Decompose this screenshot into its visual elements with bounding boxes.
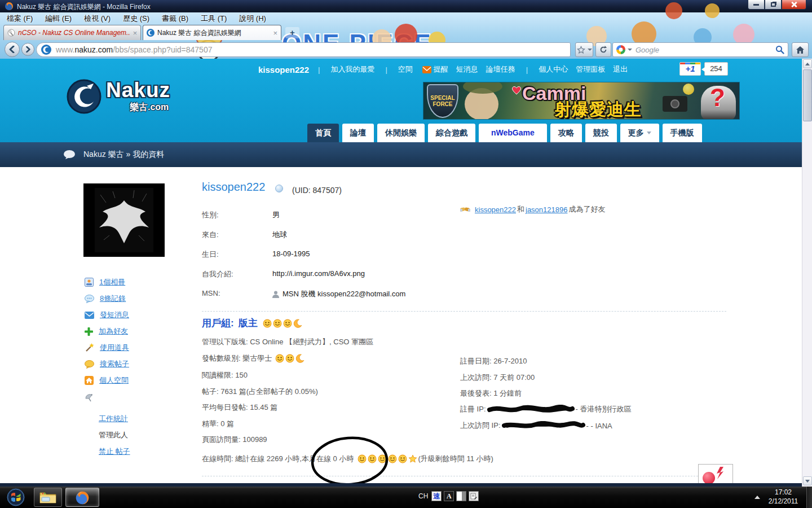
logo-subtext: 樂古.com <box>130 102 170 113</box>
ime-letter-icon[interactable]: A <box>444 491 454 501</box>
language-indicator[interactable]: CH <box>418 492 428 500</box>
show-desktop-button[interactable] <box>806 487 812 508</box>
forum-task-link[interactable]: 論壇任務 <box>486 64 515 75</box>
sidebar-item-use-item[interactable]: 使用道具 <box>85 343 129 353</box>
user-center-link[interactable]: 個人中心 <box>539 64 568 75</box>
menu-view[interactable]: 檢視 (V) <box>84 14 111 24</box>
tab-close-icon[interactable]: × <box>133 29 137 37</box>
sidebar-item-personal-space[interactable]: 個人空間 <box>85 375 129 386</box>
ime-halfwidth-icon[interactable] <box>456 491 466 501</box>
menu-bookmarks[interactable]: 書籤 (B) <box>162 14 188 24</box>
new-tab-button[interactable]: + <box>285 27 299 38</box>
menu-help[interactable]: 說明 (H) <box>239 14 266 24</box>
field-label: 來自: <box>202 230 268 240</box>
search-go-button[interactable] <box>775 45 784 54</box>
sidebar-item-feed[interactable] <box>85 392 93 402</box>
add-favorite-link[interactable]: 加入我的最愛 <box>330 64 374 75</box>
banner-bulb <box>683 84 694 95</box>
friend-user-b[interactable]: jason121896 <box>526 205 567 214</box>
current-user-link[interactable]: kissopen222 <box>258 65 309 75</box>
vertical-scrollbar[interactable] <box>802 59 812 487</box>
profile-avatar <box>83 183 165 257</box>
tab-close-icon[interactable]: × <box>273 29 277 37</box>
search-box[interactable] <box>612 42 788 57</box>
back-button[interactable] <box>5 42 20 57</box>
browser-tab-ncso[interactable]: nCSO - Nakuz CS Online Managem... × <box>3 25 141 40</box>
browser-tab-nakuz[interactable]: Nakuz 樂古 綜合資訊娛樂網 × <box>143 25 281 40</box>
tab-guides[interactable]: 攻略 <box>550 124 582 142</box>
restore-button[interactable] <box>765 0 782 10</box>
search-engine-caret[interactable] <box>628 49 632 51</box>
banner-question-mark: ? <box>710 84 725 112</box>
sidebar-item-search-posts[interactable]: 搜索帖子 <box>85 359 129 369</box>
moon-emoticon <box>295 354 304 363</box>
close-button[interactable] <box>782 0 806 10</box>
stat-page-views: 頁面訪問量: 100989 <box>202 435 267 445</box>
user-nav: kissopen222 | 加入我的最愛 | 空間 提醒 短消息 論壇任務 | … <box>258 64 632 75</box>
taskbar-clock[interactable]: 17:02 2/12/2011 <box>762 488 804 505</box>
menu-file[interactable]: 檔案 (F) <box>7 14 33 24</box>
menu-edit[interactable]: 編輯 (E) <box>45 14 72 24</box>
menu-bar: 檔案 (F) 編輯 (E) 檢視 (V) 歷史 (S) 書籤 (B) 工具 (T… <box>7 12 279 25</box>
start-button[interactable] <box>5 488 27 507</box>
field-value: 地球 <box>272 230 287 240</box>
minimize-button[interactable] <box>748 0 765 10</box>
reload-button[interactable] <box>595 42 611 57</box>
ime-speed-icon[interactable]: 速 <box>431 491 442 501</box>
menu-history[interactable]: 歷史 (S) <box>123 14 149 24</box>
home-button[interactable] <box>792 42 809 57</box>
smile-emoticon <box>263 319 272 328</box>
firefox-taskbar-button[interactable] <box>65 488 99 507</box>
smile-emoticon <box>283 319 292 328</box>
google-plus-one-button[interactable]: +1 <box>679 62 701 76</box>
sidebar-item-records[interactable]: 8條記錄 <box>85 294 126 304</box>
sidebar-item-ban-posts[interactable]: 禁止 帖子 <box>99 446 130 457</box>
ad-banner[interactable]: SPECIAL FORCE Cammi 射爆愛迪生 ? <box>423 82 740 120</box>
sidebar-item-albums[interactable]: 1個相冊 <box>85 277 125 287</box>
tab-forum[interactable]: 論壇 <box>342 124 374 142</box>
show-hidden-icons-button[interactable] <box>754 496 760 499</box>
pm-link[interactable]: 短消息 <box>456 64 478 75</box>
bookmark-star-button[interactable] <box>575 42 593 57</box>
space-link[interactable]: 空間 <box>398 64 413 75</box>
remind-link[interactable]: 提醒 <box>434 64 448 75</box>
sidebar-item-send-message[interactable]: 發短消息 <box>85 310 129 320</box>
field-label: 性別: <box>202 210 268 220</box>
clock-time: 17:02 <box>762 488 804 496</box>
online-this-month: 本月在線 0 小時 <box>302 454 354 464</box>
sidebar-item-add-friend[interactable]: 加為好友 <box>85 326 128 336</box>
profile-username[interactable]: kissopen222 <box>202 181 265 194</box>
tab-home[interactable]: 首頁 <box>307 124 339 142</box>
url-bar[interactable]: www.nakuz.com/bbs/space.php?uid=847507 <box>36 42 571 57</box>
satellite-dish-icon <box>85 393 93 402</box>
explorer-taskbar-button[interactable] <box>34 488 62 507</box>
forward-button[interactable] <box>21 43 34 56</box>
breadcrumb[interactable]: Nakuz 樂古 » 我的資料 <box>83 150 164 160</box>
tab-bidding[interactable]: 競投 <box>585 124 617 142</box>
scrollbar-thumb[interactable] <box>803 69 812 121</box>
sidebar-item-work-stats[interactable]: 工作統計 <box>99 414 128 424</box>
scroll-up-button[interactable] <box>803 59 812 68</box>
scroll-down-button[interactable] <box>803 476 812 485</box>
search-input[interactable] <box>636 46 775 54</box>
admin-panel-link[interactable]: 管理面板 <box>576 64 605 75</box>
tab-more[interactable]: 更多 <box>620 124 659 142</box>
tab-nwebgame[interactable]: nWebGame <box>479 124 547 142</box>
site-logo[interactable]: Nakuz 樂古.com <box>67 79 170 114</box>
tab-mobile[interactable]: 手機版 <box>663 124 702 142</box>
smile-emoticon <box>388 454 397 463</box>
divider <box>202 476 726 476</box>
tab-entertainment[interactable]: 休閒娛樂 <box>377 124 425 142</box>
online-emoticons <box>357 454 418 463</box>
post-level-emoticons <box>275 354 305 363</box>
friend-user-a[interactable]: kissopen222 <box>475 205 516 214</box>
ime-settings-icon[interactable] <box>469 491 479 501</box>
site-favicon <box>41 45 51 55</box>
tab-games[interactable]: 綜合遊戲 <box>428 124 475 142</box>
stat-read-permission: 閱讀權限: 150 <box>202 370 248 380</box>
logout-link[interactable]: 退出 <box>613 64 628 75</box>
menu-tools[interactable]: 工具 (T) <box>201 14 227 24</box>
field-value: 18-09-1995 <box>272 249 310 258</box>
url-text: www.nakuz.com/bbs/space.php?uid=847507 <box>56 45 212 54</box>
usergroup-value[interactable]: 版主 <box>239 317 258 330</box>
